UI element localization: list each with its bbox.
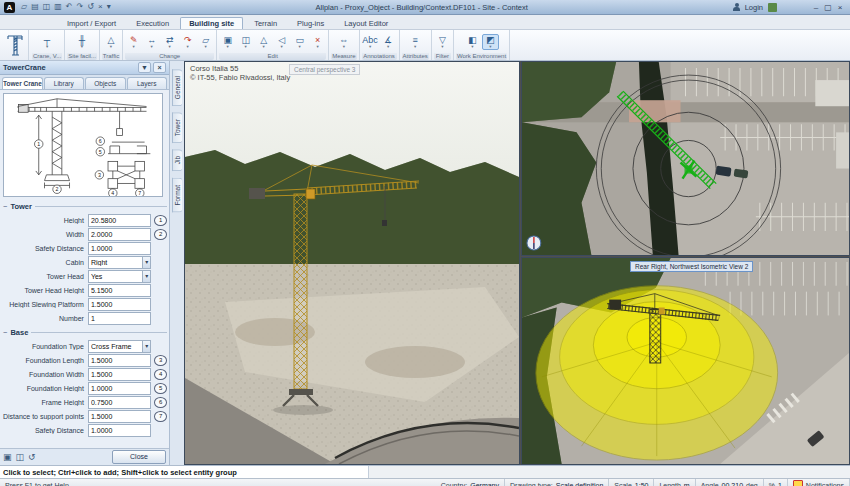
side-tab[interactable]: Jib [172,149,182,171]
print-icon[interactable]: ▥ [54,2,62,12]
dropdown-arrow-icon[interactable]: ▾ [317,45,319,49]
parameter-input[interactable]: 2.0000 ▾ [88,228,151,241]
side-tab[interactable]: Format [172,178,182,213]
main-3d-scene[interactable] [185,62,519,464]
plan-aerial-scene[interactable] [522,62,849,255]
select-arrow-icon[interactable]: ▾ [142,257,150,268]
dropdown-arrow-icon[interactable]: ▾ [245,45,247,49]
dropdown-arrow-icon[interactable]: ▾ [110,45,112,49]
fence-tool-icon[interactable]: ╫ ▾ [73,34,90,50]
section-header[interactable]: − Tower [3,202,167,211]
dropdown-arrow-icon[interactable]: ▾ [187,45,189,49]
parameter-input[interactable]: 0.7500 ▾ [88,396,151,409]
palette-icon[interactable] [782,3,791,12]
login-button[interactable]: Login [745,3,763,12]
notifications-icon[interactable] [793,480,803,486]
status-notifications[interactable]: Notifications [788,479,850,486]
plan-view-icon[interactable]: ◧ ▾ [464,34,481,50]
select-arrow-icon[interactable]: ▾ [142,271,150,282]
adjust-outline-icon[interactable]: ▱ ▾ [197,34,214,50]
ribbon-tab[interactable]: Plug-ins [288,17,333,29]
parameter-input[interactable]: 5.1500 ▾ [88,284,151,297]
close-button[interactable]: Close [112,450,166,464]
status-scale[interactable]: Scale1:50 [609,479,654,486]
viewport-central-perspective[interactable]: Corso Italia 55 © IT-55, Fabio Rivadossi… [184,61,520,465]
viewport-title[interactable]: Rear Right, Northwest Isometric View 2 [630,261,753,272]
dropdown-arrow-icon[interactable]: ▾ [169,45,171,49]
dropdown-arrow-icon[interactable]: ▾ [299,45,301,49]
mirror-icon[interactable]: ◁ ▾ [273,34,290,50]
align-icon[interactable]: ▭ ▾ [291,34,308,50]
status-percent[interactable]: %1 [764,479,788,486]
dropdown-arrow-icon[interactable]: ▾ [281,45,283,49]
status-length-unit[interactable]: Lengthm [654,479,695,486]
side-tab[interactable]: Tower [172,112,182,143]
viewport-plan-view[interactable] [521,61,850,256]
dropdown-arrow-icon[interactable]: ▾ [343,45,345,49]
edit-points-icon[interactable]: ✎ ▾ [125,34,142,50]
help-icon[interactable] [796,3,805,12]
parameter-input[interactable]: 1.0000 ▾ [88,424,151,437]
reset-icon[interactable]: ↺ [28,452,36,462]
parameter-input[interactable]: 20.5800 ▾ [88,214,151,227]
new-document-icon[interactable]: ▱ [21,2,27,12]
measure-icon[interactable]: ⇔ ▾ [335,34,352,50]
dropdown-arrow-icon[interactable]: ▾ [441,45,443,49]
allplan-logo-icon[interactable]: A [4,2,15,13]
dropdown-arrow-icon[interactable]: ▾ [387,45,389,49]
ribbon-tab[interactable]: Building site [180,17,243,29]
palette-tab[interactable]: Library [44,77,85,89]
parameter-input[interactable]: 1.5000 ▾ [88,354,151,367]
rotate-icon[interactable]: △ ▾ [255,34,272,50]
collapse-icon[interactable]: − [3,328,7,337]
dimension-icon[interactable]: ∡ ▾ [380,34,397,50]
stretch-entities-icon[interactable]: ↔ ▾ [143,34,160,50]
delete-icon[interactable]: × ▾ [309,34,326,50]
move-icon[interactable]: ◫ ▾ [237,34,254,50]
status-angle[interactable]: Angle00.210deg [696,479,764,486]
parameter-input[interactable]: 1.5000 ▾ [88,368,151,381]
save-icon[interactable]: ◫ [43,2,51,12]
parameter-input[interactable]: 1.5000 ▾ [88,298,151,311]
ribbon-tab[interactable]: Import / Export [58,17,125,29]
maximize-button[interactable]: ▢ [822,3,834,12]
side-tab[interactable]: General [172,69,182,106]
dropdown-arrow-icon[interactable]: ▾ [263,45,265,49]
dropdown-arrow-icon[interactable]: ▾ [151,45,153,49]
minimize-button[interactable]: – [810,3,822,12]
copy-icon[interactable]: ▣ ▾ [219,34,236,50]
dropdown-arrow-icon[interactable]: ▾ [369,45,371,49]
close-button[interactable]: × [834,3,846,12]
palette-titlebar[interactable]: TowerCrane ▼ × [0,61,169,75]
modify-offset-icon[interactable]: ⇄ ▾ [161,34,178,50]
dropdown-arrow-icon[interactable]: ▾ [46,45,48,49]
select-arrow-icon[interactable]: ▾ [142,341,150,352]
animation-view-icon[interactable]: ◩ ▾ [482,34,499,50]
dialog-line[interactable]: Click to select; Ctrl+click to add; Shif… [0,465,850,478]
traffic-sign-icon[interactable]: △ ▾ [103,34,120,50]
undo-icon[interactable]: ↶ [66,2,73,12]
parameter-input[interactable]: 1.0000 ▾ [88,382,151,395]
open-icon[interactable]: ▤ [31,2,39,12]
palette-close-icon[interactable]: × [153,62,166,73]
crane-tool-icon[interactable]: ┬ ▾ [39,34,56,50]
redo-icon[interactable]: ↷ [77,2,84,12]
navigation-compass-icon[interactable] [527,236,541,250]
status-drawing-type[interactable]: Drawing type:Scale definition [505,479,609,486]
palette-tab[interactable]: Layers [127,77,168,89]
favorites-icon[interactable]: ▣ [3,452,12,462]
filter-icon[interactable]: ▽ ▾ [434,34,451,50]
dropdown-arrow-icon[interactable]: ▾ [489,45,491,49]
parameter-input[interactable]: 1.0000 ▾ [88,242,151,255]
dropdown-arrow-icon[interactable]: ▾ [133,45,135,49]
delete-icon[interactable]: × [98,2,103,12]
tower-crane-tool-button[interactable] [2,30,29,60]
parameter-input[interactable]: Right ▾ [88,256,151,269]
dropdown-arrow-icon[interactable]: ▾ [471,45,473,49]
dropdown-arrow-icon[interactable]: ▾ [205,45,207,49]
parameter-input[interactable]: Yes ▾ [88,270,151,283]
copy-parameters-icon[interactable]: ◫ [16,452,25,462]
dropdown-arrow-icon[interactable]: ▾ [227,45,229,49]
dropdown-arrow-icon[interactable]: ▾ [81,45,83,49]
viewport-title[interactable]: Central perspective 3 [289,64,360,75]
